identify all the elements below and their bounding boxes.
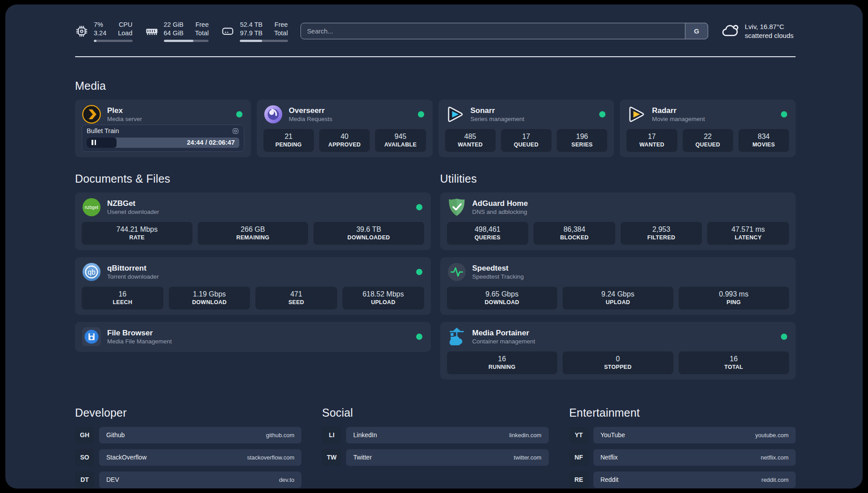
speedtest-icon: [447, 262, 467, 282]
app-card-file-browser[interactable]: File BrowserMedia File Management: [75, 322, 431, 352]
stat-value: 40: [321, 133, 368, 141]
status-dot: [416, 204, 422, 210]
sonarr-icon: [445, 104, 465, 124]
overseerr-icon: [263, 104, 283, 124]
stat-label: RATE: [83, 234, 191, 241]
app-card-qbittorrent[interactable]: qbqBittorrentTorrent downloader16LEECH1.…: [75, 257, 431, 315]
bookmark-url: github.com: [266, 432, 295, 439]
bookmark-section-developer: DeveloperGHGithubgithub.comSOStackOverfl…: [75, 406, 301, 488]
bookmark-badge-dev[interactable]: DT: [75, 472, 94, 488]
search-input[interactable]: [300, 23, 708, 39]
stat-value: 9.24 Gbps: [564, 290, 672, 298]
stat-box-total: 16TOTAL: [679, 351, 789, 374]
memory-progress-bar: [164, 40, 209, 42]
stat-label: UPLOAD: [344, 299, 422, 305]
app-card-overseerr[interactable]: OverseerrMedia Requests21PENDING40APPROV…: [257, 100, 433, 157]
status-dot: [599, 111, 605, 117]
bookmark-link-stackoverflow[interactable]: StackOverflowstackoverflow.com: [99, 449, 301, 466]
status-dot: [418, 111, 424, 117]
bookmark-url: linkedin.com: [509, 432, 541, 439]
bookmark-url: stackoverflow.com: [247, 454, 294, 461]
stat-label: WANTED: [628, 142, 675, 148]
session-device-icon: [232, 127, 239, 135]
bookmark-name: YouTube: [601, 431, 625, 439]
bookmark-badge-reddit[interactable]: RE: [569, 472, 588, 488]
section-heading-social: Social: [322, 406, 548, 419]
status-dot: [416, 269, 422, 275]
dashboard: 7% 3.24 CPU Load: [5, 4, 863, 489]
stat-box-wanted: 485WANTED: [445, 129, 496, 152]
search-engine-button[interactable]: G: [685, 23, 708, 39]
bookmark-row-youtube: YTYouTubeyoutube.com: [569, 427, 796, 443]
stat-label: WANTED: [447, 142, 494, 148]
storage-total-value: 97.9 TB: [240, 29, 263, 38]
bookmark-link-twitter[interactable]: Twittertwitter.com: [346, 449, 548, 466]
app-card-media-portainer[interactable]: Media PortainerContainer management16RUN…: [440, 322, 796, 380]
stat-box-movies: 834MOVIES: [739, 129, 789, 152]
bookmark-url: twitter.com: [514, 454, 542, 461]
stat-label: QUERIES: [449, 234, 527, 241]
portainer-icon: [447, 327, 467, 347]
memory-total-label: Total: [195, 29, 209, 38]
bookmark-badge-twitter[interactable]: TW: [322, 449, 341, 466]
bookmark-link-linkedin[interactable]: LinkedInlinkedin.com: [346, 427, 548, 443]
storage-progress-bar: [240, 40, 288, 42]
section-heading-utilities: Utilities: [440, 172, 796, 185]
stat-value: 16: [680, 355, 788, 363]
app-card-sonarr[interactable]: SonarrSeries management485WANTED17QUEUED…: [438, 100, 614, 157]
cpu-usage-value: 7%: [94, 21, 106, 29]
storage-free-label: Free: [274, 21, 288, 29]
stat-value: 22: [684, 133, 731, 141]
bookmark-badge-netflix[interactable]: NF: [569, 449, 588, 466]
bookmark-badge-stackoverflow[interactable]: SO: [75, 449, 94, 466]
bookmark-link-reddit[interactable]: Redditreddit.com: [593, 472, 796, 488]
bookmark-link-dev[interactable]: DEVdev.to: [99, 472, 301, 488]
now-playing-title: Bullet Train: [87, 127, 119, 134]
stat-box-wanted: 17WANTED: [626, 129, 677, 152]
memory-widget: 22 GiB 64 GiB Free Total: [145, 21, 209, 42]
stat-label: QUEUED: [684, 142, 731, 148]
bookmark-link-github[interactable]: Githubgithub.com: [99, 427, 301, 443]
stat-box-remaining: 266 GBREMAINING: [198, 222, 309, 245]
app-card-adguard-home[interactable]: AdGuard HomeDNS and adblocking498,461QUE…: [440, 192, 796, 250]
stat-label: PENDING: [265, 142, 312, 148]
stat-value: 39.6 TB: [315, 226, 422, 234]
app-subtitle: Container management: [472, 338, 535, 345]
radarr-icon: [626, 104, 646, 124]
bookmark-badge-youtube[interactable]: YT: [569, 427, 588, 443]
bookmark-row-netflix: NFNetflixnetflix.com: [569, 449, 796, 466]
stat-value: 834: [740, 133, 787, 141]
stat-box-pending: 21PENDING: [263, 129, 314, 152]
app-title: Plex: [107, 106, 142, 115]
app-card-speedtest[interactable]: SpeedtestSpeedtest Tracking9.65 GbpsDOWN…: [440, 257, 796, 315]
stat-value: 21: [265, 133, 312, 141]
stat-value: 17: [628, 133, 675, 141]
stat-label: REMAINING: [200, 234, 307, 241]
section-heading-developer: Developer: [75, 406, 301, 419]
topbar: 7% 3.24 CPU Load: [75, 21, 796, 42]
bookmark-sections: DeveloperGHGithubgithub.comSOStackOverfl…: [75, 406, 796, 488]
bookmark-url: youtube.com: [755, 432, 789, 439]
bookmark-name: Github: [106, 431, 125, 439]
topbar-divider: [75, 56, 796, 57]
cpu-usage-label: CPU: [118, 21, 132, 29]
memory-free-value: 22 GiB: [164, 21, 184, 29]
stat-box-stopped: 0STOPPED: [563, 351, 673, 374]
svg-text:qb: qb: [88, 268, 96, 276]
stat-box-series: 196SERIES: [557, 129, 607, 152]
stat-label: AVAILABLE: [377, 142, 424, 148]
app-title: qBittorrent: [107, 264, 159, 273]
app-title: NZBGet: [107, 199, 159, 208]
stat-box-queued: 22QUEUED: [683, 129, 733, 152]
app-card-plex[interactable]: PlexMedia serverBullet Train24:44 / 02:0…: [75, 100, 251, 157]
status-dot: [781, 334, 787, 340]
app-title: AdGuard Home: [472, 199, 528, 208]
app-card-nzbget[interactable]: nzbgetNZBGetUsenet downloader744.21 Mbps…: [75, 192, 431, 250]
bookmark-link-netflix[interactable]: Netflixnetflix.com: [593, 449, 796, 466]
stat-value: 17: [503, 133, 550, 141]
bookmark-badge-linkedin[interactable]: LI: [322, 427, 341, 443]
app-card-radarr[interactable]: RadarrMovie management17WANTED22QUEUED83…: [620, 100, 796, 157]
bookmark-link-youtube[interactable]: YouTubeyoutube.com: [593, 427, 796, 443]
stat-value: 744.21 Mbps: [83, 226, 191, 234]
bookmark-badge-github[interactable]: GH: [75, 427, 94, 443]
